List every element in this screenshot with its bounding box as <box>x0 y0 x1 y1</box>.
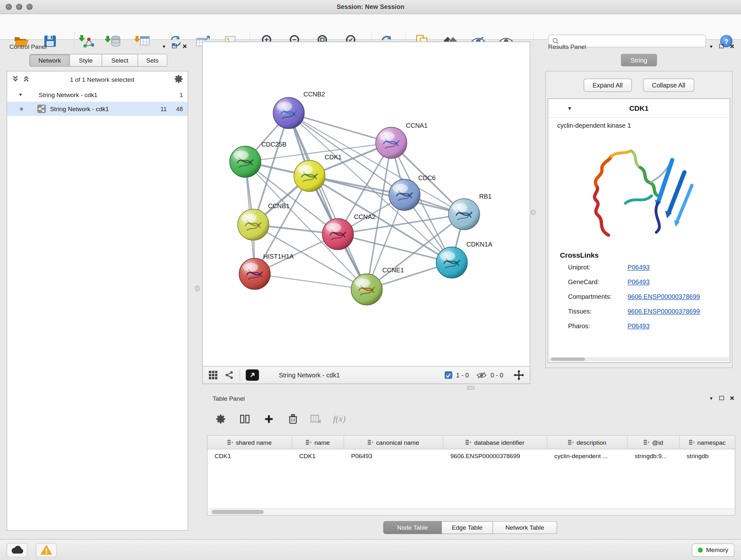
collection-caret-icon[interactable]: ▼ <box>18 92 23 97</box>
add-column-plus-icon[interactable] <box>260 411 277 428</box>
delete-table-icon-disabled <box>308 411 325 428</box>
tab-edge-table[interactable]: Edge Table <box>442 521 493 534</box>
expand-all-chevron-icon[interactable] <box>23 75 30 84</box>
network-node-CCNB1[interactable] <box>238 209 269 240</box>
network-node-CCNA1[interactable] <box>376 127 407 159</box>
column-header-database-identifier[interactable]: database identifier <box>443 435 547 449</box>
function-builder-icon[interactable]: f(x) <box>331 411 348 428</box>
expand-all-button[interactable]: Expand All <box>584 78 632 91</box>
control-panel-title: Control Panel <box>5 43 47 50</box>
table-settings-gear-icon[interactable] <box>212 411 229 428</box>
cell-database-identifier[interactable]: 9606.ENSP00000378699 <box>443 452 547 459</box>
cloud-status-button[interactable] <box>7 543 27 557</box>
left-splitter-handle[interactable] <box>195 286 199 292</box>
tab-select[interactable]: Select <box>102 54 138 67</box>
protein-structure-image <box>580 133 698 246</box>
cloud-icon <box>10 545 24 555</box>
cell-shared-name[interactable]: CDK1 <box>207 452 292 459</box>
table-panel-menu-icon[interactable]: ▾ <box>706 395 717 401</box>
table-row[interactable]: CDK1 CDK1 P06493 9606.ENSP00000378699 cy… <box>207 449 735 462</box>
control-panel-menu-icon[interactable]: ▾ <box>159 44 170 50</box>
right-splitter-handle[interactable] <box>531 209 535 215</box>
network-node-CCNA2[interactable] <box>322 219 354 250</box>
edge-CCNB2-CCNA1[interactable] <box>289 113 391 143</box>
column-sort-icon <box>644 440 650 445</box>
network-node-CDC6[interactable] <box>389 179 420 210</box>
footer-separator <box>240 370 240 380</box>
network-node-CDC25B[interactable] <box>230 146 261 178</box>
current-network-bullet-icon <box>20 107 23 111</box>
collapse-all-button[interactable]: Collapse All <box>643 78 694 91</box>
network-canvas[interactable]: CCNB2CCNA1CDC25BCDK1CDC6RB1CCNB1CCNA2CDK… <box>202 42 530 367</box>
cell-canonical-name[interactable]: P06493 <box>344 452 443 459</box>
open-in-new-window-button[interactable] <box>246 369 259 381</box>
crosslink-compartments[interactable]: 9606.ENSP00000378699 <box>628 293 700 300</box>
warnings-button[interactable] <box>36 543 57 557</box>
table-scrollbar-thumb[interactable] <box>212 510 264 514</box>
tab-network[interactable]: Network <box>29 54 70 67</box>
results-panel-close-icon[interactable]: × <box>727 43 738 50</box>
column-sort-icon <box>227 440 233 445</box>
collection-label: String Network - cdk1 <box>39 91 97 98</box>
edge-HIST1H1A-CCNE1[interactable] <box>255 274 367 290</box>
results-panel-menu-icon[interactable]: ▾ <box>706 44 717 50</box>
window-close-button[interactable] <box>6 4 12 10</box>
node-label-CCNB1: CCNB1 <box>268 202 290 209</box>
gene-collapse-caret-icon[interactable]: ▼ <box>567 105 572 111</box>
results-horizontal-scrollbar[interactable] <box>549 357 729 361</box>
network-node-CDKN1A[interactable] <box>436 247 468 278</box>
network-edge-count: 48 <box>167 105 183 112</box>
network-node-CDK1[interactable] <box>294 160 325 192</box>
tab-sets[interactable]: Sets <box>138 54 167 67</box>
cell-namespace[interactable]: stringdb <box>679 452 735 459</box>
share-network-icon[interactable] <box>224 370 234 380</box>
cell-name[interactable]: CDK1 <box>292 452 344 459</box>
control-panel-close-icon[interactable]: × <box>180 43 190 50</box>
results-panel-float-icon[interactable] <box>717 44 727 49</box>
crosslink-pharos[interactable]: P06493 <box>628 322 650 329</box>
network-node-HIST1H1A[interactable] <box>239 258 270 290</box>
selected-checkbox-icon[interactable] <box>445 371 452 379</box>
show-columns-icon[interactable] <box>236 411 253 428</box>
pan-crosshair-icon[interactable] <box>514 370 524 380</box>
tab-node-table[interactable]: Node Table <box>383 521 442 534</box>
column-header-id[interactable]: @id <box>628 435 680 449</box>
crosslink-uniprot[interactable]: P06493 <box>628 264 650 271</box>
window-minimize-button[interactable] <box>16 4 22 10</box>
network-node-CCNB2[interactable] <box>273 98 305 129</box>
tab-network-table[interactable]: Network Table <box>493 521 557 534</box>
results-tab-string[interactable]: String <box>621 54 657 66</box>
bottom-splitter-handle[interactable] <box>467 386 475 390</box>
grid-view-icon[interactable] <box>208 370 218 380</box>
gene-section-header[interactable]: ▼ CDK1 <box>548 99 730 118</box>
node-label-CDC6: CDC6 <box>418 174 435 181</box>
node-label-CDC25B: CDC25B <box>261 141 286 148</box>
column-header-canonical-name[interactable]: canonical name <box>344 435 443 449</box>
crosslink-tissues[interactable]: 9606.ENSP00000378699 <box>628 308 700 315</box>
network-row-selected[interactable]: String Network - cdk1 11 48 <box>7 102 188 116</box>
string-results-card: Expand All Collapse All ▼ CDK1 cyclin-de… <box>545 71 732 368</box>
table-panel-close-icon[interactable]: × <box>727 395 738 402</box>
table-horizontal-scrollbar[interactable] <box>208 509 735 515</box>
cell-description[interactable]: cyclin-dependent ... <box>547 452 628 459</box>
memory-button[interactable]: Memory <box>692 543 734 556</box>
network-node-CCNE1[interactable] <box>351 274 382 305</box>
network-edges <box>246 113 464 290</box>
cell-id[interactable]: stringdb:9... <box>628 452 680 459</box>
delete-column-trash-icon[interactable] <box>284 411 301 428</box>
network-list-gear-icon[interactable] <box>174 74 183 84</box>
column-header-shared-name[interactable]: shared name <box>207 435 292 449</box>
collapse-all-chevron-icon[interactable] <box>12 75 19 84</box>
network-collection-row[interactable]: ▼ String Network - cdk1 1 <box>7 87 188 102</box>
control-panel-float-icon[interactable] <box>169 44 180 49</box>
crosslink-genecard[interactable]: P06493 <box>628 279 650 286</box>
column-header-description[interactable]: description <box>547 435 628 449</box>
results-scrollbar-thumb[interactable] <box>551 358 585 361</box>
network-node-RB1[interactable] <box>448 199 480 230</box>
table-panel-float-icon[interactable] <box>717 395 727 401</box>
column-header-name[interactable]: name <box>292 435 344 449</box>
tab-style[interactable]: Style <box>70 54 102 67</box>
column-header-namespace[interactable]: namespac <box>679 435 735 449</box>
edge-CCNB2-CCNE1[interactable] <box>289 113 367 290</box>
window-zoom-button[interactable] <box>26 4 32 10</box>
